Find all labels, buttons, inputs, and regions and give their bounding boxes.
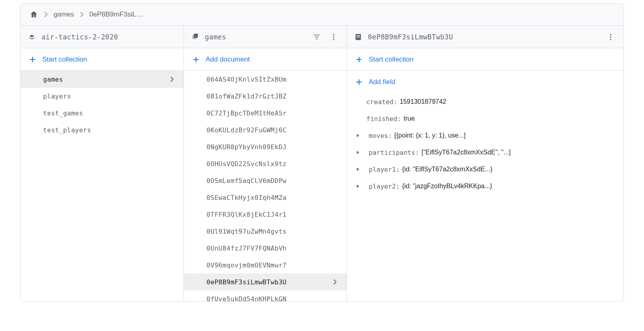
docs-title: games bbox=[205, 33, 305, 41]
document-id: 0Ul91Wqt97uZwMn4gvts bbox=[206, 228, 287, 235]
document-id: 0NgKUR0pYbyVnh09EkDJ bbox=[206, 143, 287, 151]
collection-item[interactable]: games bbox=[21, 71, 184, 88]
document-item[interactable]: 0V96mqovjm0mOEVNmwr7 bbox=[184, 257, 347, 273]
field-row[interactable]: participants: ["EiflSyT67a2c8xmXxSdE", "… bbox=[347, 144, 623, 161]
document-item[interactable]: 0UnU84fzJ7FV7FQNAbVh bbox=[184, 240, 347, 257]
document-id: 0V96mqovjm0mOEVNmwr7 bbox=[206, 261, 287, 269]
field-value: 1591301879742 bbox=[400, 98, 446, 105]
expand-caret-icon bbox=[355, 133, 362, 138]
filter-icon[interactable] bbox=[311, 31, 322, 43]
field-key: finished: bbox=[366, 115, 401, 123]
column-header-doc: 0eP8B9mF3siLmwBTwb3U bbox=[347, 26, 623, 48]
field-row: finished: true bbox=[347, 110, 623, 127]
plus-icon bbox=[355, 56, 363, 64]
svg-point-14 bbox=[610, 36, 611, 37]
database-root-icon bbox=[28, 33, 36, 41]
field-key: participants: bbox=[369, 149, 419, 156]
add-document-button[interactable]: Add document bbox=[184, 48, 347, 71]
document-item[interactable]: 0TFFR3QlKx8jEkC1J4r1 bbox=[184, 206, 347, 223]
document-item[interactable]: 0SEwaCTkHyjx0Iqh4MZa bbox=[184, 189, 347, 206]
field-row[interactable]: player1: {id: "EiflSyT67a2c8xmXxSdE...} bbox=[347, 161, 623, 178]
expand-caret-icon bbox=[355, 183, 362, 189]
svg-point-7 bbox=[333, 39, 334, 40]
document-item[interactable]: 0OSmLemf5aqCLV6mDDPw bbox=[184, 172, 347, 189]
document-item[interactable]: 0NgKUR0pYbyVnh09EkDJ bbox=[184, 138, 347, 155]
column-header-docs: games bbox=[184, 26, 347, 48]
svg-rect-11 bbox=[357, 35, 360, 36]
plus-icon bbox=[355, 78, 363, 86]
field-value: [{point: {x: 1, y: 1}, use...] bbox=[394, 132, 466, 139]
svg-point-5 bbox=[333, 34, 334, 35]
document-id: 0eP8B9mF3siLmwBTwb3U bbox=[206, 278, 287, 286]
plus-icon bbox=[29, 56, 37, 64]
chevron-right-icon bbox=[42, 11, 50, 18]
chevron-right-icon bbox=[331, 278, 339, 286]
add-field-label: Add field bbox=[369, 78, 395, 86]
field-key: player2: bbox=[369, 183, 400, 190]
doc-title: 0eP8B9mF3siLmwBTwb3U bbox=[368, 33, 599, 41]
svg-point-6 bbox=[333, 36, 334, 37]
document-id: 0OHUsVQD22SvcNslx9tz bbox=[206, 160, 287, 168]
document-id: 0SEwaCTkHyjx0Iqh4MZa bbox=[206, 194, 287, 201]
chevron-right-icon bbox=[78, 11, 85, 18]
field-row[interactable]: moves: [{point: {x: 1, y: 1}, use...] bbox=[347, 127, 623, 144]
document-id: 0OSmLemf5aqCLV6mDDPw bbox=[206, 177, 287, 185]
start-collection-button[interactable]: Start collection bbox=[21, 48, 184, 71]
document-id: 0TFFR3QlKx8jEkC1J4r1 bbox=[206, 211, 287, 218]
firestore-data-panel: games 0eP8B9mF3siL… air-tactics-2-2020 S… bbox=[20, 3, 624, 302]
field-row[interactable]: player2: {id: "jazgFzoIhyBLv4kRKKpa...} bbox=[347, 178, 623, 195]
collection-item[interactable]: players bbox=[21, 88, 184, 105]
field-value: {id: "EiflSyT67a2c8xmXxSdE...} bbox=[402, 166, 492, 173]
collection-name: test_games bbox=[43, 109, 83, 117]
document-item[interactable]: 0fUve5ukDd54nKHPLkGN bbox=[184, 290, 347, 301]
document-item[interactable]: 0Ul91Wqt97uZwMn4gvts bbox=[184, 223, 347, 240]
document-item[interactable]: 0C72TjBpcTDeM1tHeASr bbox=[184, 105, 347, 121]
document-id: 0C72TjBpcTDeM1tHeASr bbox=[206, 109, 287, 117]
document-item[interactable]: 0KoKULdzBr92FuGWMj6C bbox=[184, 121, 347, 138]
field-key: moves: bbox=[369, 132, 392, 140]
collection-name: games bbox=[43, 76, 63, 83]
document-id: 064AS4OjKnlvSItZxBUm bbox=[206, 76, 287, 83]
more-vert-icon[interactable] bbox=[328, 31, 339, 43]
document-item[interactable]: 064AS4OjKnlvSItZxBUm bbox=[184, 71, 347, 88]
breadcrumb-link[interactable]: games bbox=[54, 10, 74, 19]
home-icon[interactable] bbox=[29, 10, 38, 19]
field-value: {id: "jazgFzoIhyBLv4kRKKpa...} bbox=[402, 183, 492, 190]
field-value: true bbox=[404, 115, 415, 122]
document-id: 0fUve5ukDd54nKHPLkGN bbox=[206, 295, 287, 302]
svg-rect-12 bbox=[357, 37, 360, 37]
doc-start-collection-label: Start collection bbox=[369, 56, 414, 64]
add-field-button[interactable]: Add field bbox=[347, 71, 623, 93]
doc-start-collection-button[interactable]: Start collection bbox=[347, 48, 623, 71]
document-item[interactable]: 0eP8B9mF3siLmwBTwb3U bbox=[184, 273, 347, 290]
field-key: player1: bbox=[369, 166, 400, 173]
more-vert-icon[interactable] bbox=[605, 31, 616, 43]
document-icon bbox=[354, 33, 362, 41]
add-document-label: Add document bbox=[206, 56, 250, 64]
fields-list: created: 1591301879742finished: truemove… bbox=[347, 93, 623, 301]
field-row: created: 1591301879742 bbox=[347, 93, 623, 110]
collection-item[interactable]: test_games bbox=[21, 105, 184, 121]
documents-list: 064AS4OjKnlvSItZxBUm081ofWaZFk1d7rGztJBZ… bbox=[184, 71, 347, 301]
svg-point-13 bbox=[610, 34, 611, 35]
collection-item[interactable]: test_players bbox=[21, 121, 184, 138]
field-value: ["EiflSyT67a2c8xmXxSdE", "...] bbox=[421, 149, 511, 156]
breadcrumb: games 0eP8B9mF3siL… bbox=[21, 4, 623, 26]
column-document-detail: 0eP8B9mF3siLmwBTwb3U Start collection Ad… bbox=[347, 26, 623, 301]
document-item[interactable]: 0OHUsVQD22SvcNslx9tz bbox=[184, 155, 347, 172]
collection-name: test_players bbox=[43, 126, 91, 134]
svg-point-15 bbox=[610, 39, 611, 40]
breadcrumb-link[interactable]: 0eP8B9mF3siL… bbox=[89, 10, 143, 19]
expand-caret-icon bbox=[355, 150, 362, 155]
document-id: 0UnU84fzJ7FV7FQNAbVh bbox=[206, 245, 287, 252]
document-item[interactable]: 081ofWaZFk1d7rGztJBZ bbox=[184, 88, 347, 105]
column-documents: games Add document 064AS4OjKnlvSItZxBUm0… bbox=[184, 26, 347, 301]
collections-list: gamesplayerstest_gamestest_players bbox=[21, 71, 184, 301]
collection-icon bbox=[191, 33, 199, 41]
root-title: air-tactics-2-2020 bbox=[41, 33, 176, 41]
plus-icon bbox=[192, 56, 200, 64]
collection-name: players bbox=[43, 93, 71, 100]
start-collection-label: Start collection bbox=[42, 56, 87, 64]
column-header-root: air-tactics-2-2020 bbox=[21, 26, 184, 48]
document-id: 0KoKULdzBr92FuGWMj6C bbox=[206, 126, 287, 134]
